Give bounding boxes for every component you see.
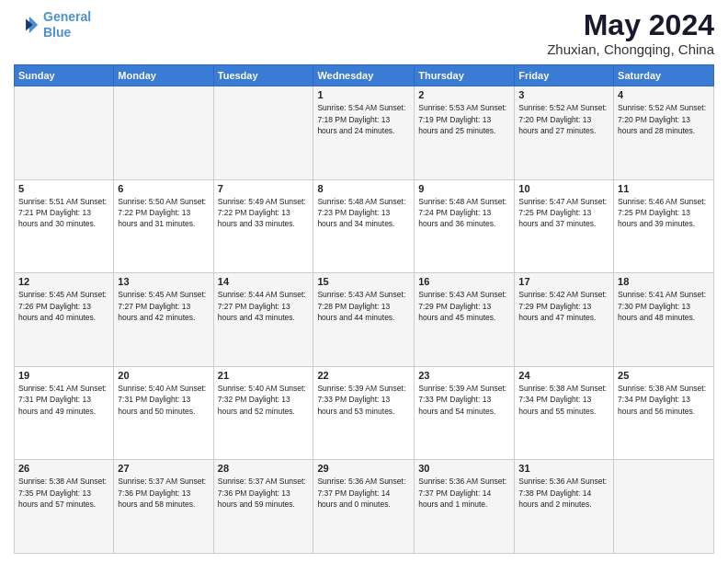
calendar-page: General Blue May 2024 Zhuxian, Chongqing… [0, 0, 728, 563]
day-number: 8 [317, 183, 410, 194]
day-info: Sunrise: 5:52 AM Sunset: 7:20 PM Dayligh… [518, 102, 609, 136]
day-cell: 30Sunrise: 5:36 AM Sunset: 7:37 PM Dayli… [415, 460, 515, 554]
day-info: Sunrise: 5:38 AM Sunset: 7:34 PM Dayligh… [518, 383, 609, 417]
day-number: 30 [418, 463, 510, 474]
logo: General Blue [14, 9, 91, 40]
day-cell [614, 460, 714, 554]
day-cell: 5Sunrise: 5:51 AM Sunset: 7:21 PM Daylig… [15, 179, 114, 273]
day-number: 29 [317, 463, 410, 474]
day-info: Sunrise: 5:36 AM Sunset: 7:38 PM Dayligh… [518, 476, 609, 510]
day-info: Sunrise: 5:47 AM Sunset: 7:25 PM Dayligh… [518, 196, 609, 230]
day-number: 2 [418, 89, 510, 100]
day-number: 7 [218, 183, 310, 194]
day-number: 21 [218, 370, 310, 381]
day-cell: 19Sunrise: 5:41 AM Sunset: 7:31 PM Dayli… [15, 366, 114, 460]
day-cell: 20Sunrise: 5:40 AM Sunset: 7:31 PM Dayli… [114, 366, 213, 460]
week-row-5: 26Sunrise: 5:38 AM Sunset: 7:35 PM Dayli… [15, 460, 714, 554]
day-cell: 27Sunrise: 5:37 AM Sunset: 7:36 PM Dayli… [114, 460, 213, 554]
day-info: Sunrise: 5:52 AM Sunset: 7:20 PM Dayligh… [618, 102, 710, 136]
day-info: Sunrise: 5:39 AM Sunset: 7:33 PM Dayligh… [317, 383, 410, 417]
day-cell: 24Sunrise: 5:38 AM Sunset: 7:34 PM Dayli… [515, 366, 614, 460]
day-info: Sunrise: 5:37 AM Sunset: 7:36 PM Dayligh… [218, 476, 310, 510]
day-info: Sunrise: 5:45 AM Sunset: 7:27 PM Dayligh… [118, 289, 209, 323]
day-cell: 23Sunrise: 5:39 AM Sunset: 7:33 PM Dayli… [415, 366, 515, 460]
day-info: Sunrise: 5:53 AM Sunset: 7:19 PM Dayligh… [418, 102, 510, 136]
day-info: Sunrise: 5:54 AM Sunset: 7:18 PM Dayligh… [317, 102, 410, 136]
day-info: Sunrise: 5:38 AM Sunset: 7:35 PM Dayligh… [18, 476, 109, 510]
day-number: 27 [118, 463, 209, 474]
header-row: Sunday Monday Tuesday Wednesday Thursday… [15, 65, 714, 86]
day-cell: 28Sunrise: 5:37 AM Sunset: 7:36 PM Dayli… [213, 460, 313, 554]
day-number: 24 [518, 370, 609, 381]
week-row-4: 19Sunrise: 5:41 AM Sunset: 7:31 PM Dayli… [15, 366, 714, 460]
day-info: Sunrise: 5:45 AM Sunset: 7:26 PM Dayligh… [18, 289, 109, 323]
col-thursday: Thursday [415, 65, 515, 86]
day-info: Sunrise: 5:44 AM Sunset: 7:27 PM Dayligh… [218, 289, 310, 323]
day-cell: 7Sunrise: 5:49 AM Sunset: 7:22 PM Daylig… [213, 179, 313, 273]
day-number: 1 [317, 89, 410, 100]
logo-blue: Blue [43, 25, 71, 40]
day-info: Sunrise: 5:43 AM Sunset: 7:29 PM Dayligh… [418, 289, 510, 323]
calendar-table: Sunday Monday Tuesday Wednesday Thursday… [14, 64, 714, 554]
day-number: 4 [618, 89, 710, 100]
day-cell: 4Sunrise: 5:52 AM Sunset: 7:20 PM Daylig… [614, 86, 714, 180]
day-number: 15 [317, 276, 410, 287]
day-cell: 8Sunrise: 5:48 AM Sunset: 7:23 PM Daylig… [313, 179, 415, 273]
day-cell: 14Sunrise: 5:44 AM Sunset: 7:27 PM Dayli… [213, 273, 313, 367]
day-cell: 12Sunrise: 5:45 AM Sunset: 7:26 PM Dayli… [15, 273, 114, 367]
day-info: Sunrise: 5:48 AM Sunset: 7:23 PM Dayligh… [317, 196, 410, 230]
col-saturday: Saturday [614, 65, 714, 86]
day-info: Sunrise: 5:37 AM Sunset: 7:36 PM Dayligh… [118, 476, 209, 510]
day-number: 13 [118, 276, 209, 287]
logo-icon [14, 12, 40, 38]
day-number: 22 [317, 370, 410, 381]
day-info: Sunrise: 5:41 AM Sunset: 7:30 PM Dayligh… [618, 289, 710, 323]
day-number: 3 [518, 89, 609, 100]
day-number: 20 [118, 370, 209, 381]
day-cell: 17Sunrise: 5:42 AM Sunset: 7:29 PM Dayli… [515, 273, 614, 367]
day-cell: 10Sunrise: 5:47 AM Sunset: 7:25 PM Dayli… [515, 179, 614, 273]
col-tuesday: Tuesday [213, 65, 313, 86]
day-cell: 21Sunrise: 5:40 AM Sunset: 7:32 PM Dayli… [213, 366, 313, 460]
week-row-3: 12Sunrise: 5:45 AM Sunset: 7:26 PM Dayli… [15, 273, 714, 367]
day-info: Sunrise: 5:36 AM Sunset: 7:37 PM Dayligh… [418, 476, 510, 510]
day-number: 14 [218, 276, 310, 287]
day-cell: 15Sunrise: 5:43 AM Sunset: 7:28 PM Dayli… [313, 273, 415, 367]
day-cell: 22Sunrise: 5:39 AM Sunset: 7:33 PM Dayli… [313, 366, 415, 460]
day-cell: 6Sunrise: 5:50 AM Sunset: 7:22 PM Daylig… [114, 179, 213, 273]
day-cell [15, 86, 114, 180]
location: Zhuxian, Chongqing, China [547, 41, 714, 57]
month-title: May 2024 [547, 9, 714, 41]
day-info: Sunrise: 5:43 AM Sunset: 7:28 PM Dayligh… [317, 289, 410, 323]
day-cell: 3Sunrise: 5:52 AM Sunset: 7:20 PM Daylig… [515, 86, 614, 180]
title-block: May 2024 Zhuxian, Chongqing, China [547, 9, 714, 57]
day-cell: 13Sunrise: 5:45 AM Sunset: 7:27 PM Dayli… [114, 273, 213, 367]
day-info: Sunrise: 5:46 AM Sunset: 7:25 PM Dayligh… [618, 196, 710, 230]
day-number: 17 [518, 276, 609, 287]
week-row-1: 1Sunrise: 5:54 AM Sunset: 7:18 PM Daylig… [15, 86, 714, 180]
col-monday: Monday [114, 65, 213, 86]
day-number: 26 [18, 463, 109, 474]
day-info: Sunrise: 5:50 AM Sunset: 7:22 PM Dayligh… [118, 196, 209, 230]
day-cell: 18Sunrise: 5:41 AM Sunset: 7:30 PM Dayli… [614, 273, 714, 367]
col-friday: Friday [515, 65, 614, 86]
day-info: Sunrise: 5:39 AM Sunset: 7:33 PM Dayligh… [418, 383, 510, 417]
week-row-2: 5Sunrise: 5:51 AM Sunset: 7:21 PM Daylig… [15, 179, 714, 273]
day-info: Sunrise: 5:48 AM Sunset: 7:24 PM Dayligh… [418, 196, 510, 230]
day-number: 19 [18, 370, 109, 381]
day-number: 12 [18, 276, 109, 287]
day-cell: 26Sunrise: 5:38 AM Sunset: 7:35 PM Dayli… [15, 460, 114, 554]
day-number: 18 [618, 276, 710, 287]
day-number: 16 [418, 276, 510, 287]
day-number: 25 [618, 370, 710, 381]
day-cell: 16Sunrise: 5:43 AM Sunset: 7:29 PM Dayli… [415, 273, 515, 367]
day-number: 28 [218, 463, 310, 474]
col-wednesday: Wednesday [313, 65, 415, 86]
day-number: 31 [518, 463, 609, 474]
day-info: Sunrise: 5:41 AM Sunset: 7:31 PM Dayligh… [18, 383, 109, 417]
day-number: 10 [518, 183, 609, 194]
day-cell: 1Sunrise: 5:54 AM Sunset: 7:18 PM Daylig… [313, 86, 415, 180]
logo-general: General [43, 9, 91, 24]
day-cell: 29Sunrise: 5:36 AM Sunset: 7:37 PM Dayli… [313, 460, 415, 554]
day-info: Sunrise: 5:38 AM Sunset: 7:34 PM Dayligh… [618, 383, 710, 417]
